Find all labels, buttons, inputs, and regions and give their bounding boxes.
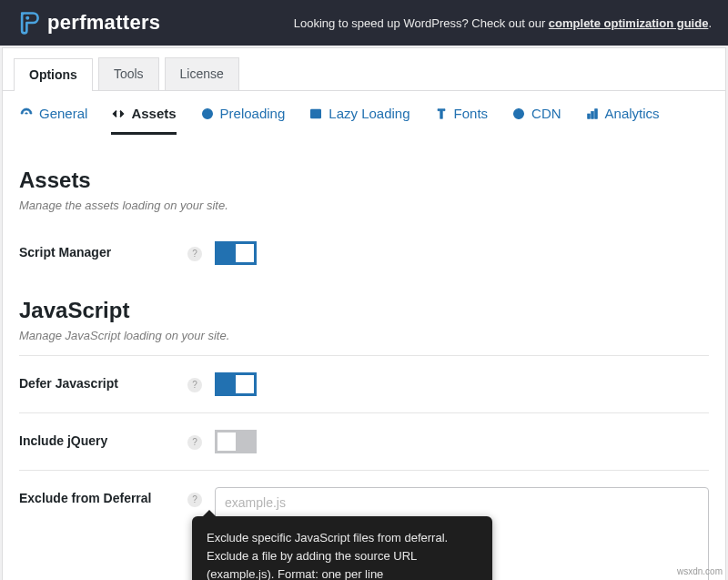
svg-rect-6 bbox=[591, 111, 593, 118]
subnav-analytics[interactable]: Analytics bbox=[585, 106, 660, 135]
subnav-preloading[interactable]: Preloading bbox=[200, 106, 286, 135]
defer-js-label: Defer Javascript bbox=[19, 372, 187, 391]
tab-tools[interactable]: Tools bbox=[98, 57, 159, 90]
row-defer-js: Defer Javascript ? bbox=[19, 355, 709, 412]
subnav-cdn-label: CDN bbox=[531, 106, 561, 121]
subnav-general-label: General bbox=[39, 106, 87, 121]
svg-rect-7 bbox=[594, 108, 597, 118]
chart-icon bbox=[585, 107, 600, 121]
subnav-lazy-label: Lazy Loading bbox=[329, 106, 410, 121]
tab-license[interactable]: License bbox=[165, 57, 239, 90]
row-script-manager: Script Manager ? bbox=[19, 225, 709, 281]
svg-point-0 bbox=[25, 16, 29, 20]
tab-content: Assets Manage the assets loading on your… bbox=[3, 135, 725, 580]
exclude-deferral-label: Exclude from Deferral bbox=[19, 487, 187, 505]
row-exclude-deferral: Exclude from Deferral ? Exclude specific… bbox=[19, 470, 709, 580]
help-icon[interactable]: ? bbox=[187, 378, 202, 392]
brand-name: perfmatters bbox=[47, 11, 160, 35]
code-icon bbox=[111, 107, 126, 121]
help-tooltip: Exclude specific JavaScript files from d… bbox=[192, 516, 492, 580]
sub-nav: General Assets Preloading Lazy Loading F… bbox=[3, 91, 725, 135]
assets-section-title: Assets bbox=[19, 168, 709, 193]
svg-rect-5 bbox=[587, 114, 590, 118]
help-icon[interactable]: ? bbox=[187, 493, 202, 507]
script-manager-label: Script Manager bbox=[19, 241, 187, 259]
tooltip-body: Exclude specific JavaScript files from d… bbox=[207, 529, 478, 580]
include-jquery-label: Include jQuery bbox=[19, 430, 187, 448]
subnav-assets-label: Assets bbox=[131, 106, 176, 121]
help-icon[interactable]: ? bbox=[187, 435, 202, 450]
row-include-jquery: Include jQuery ? bbox=[19, 412, 709, 470]
banner-link[interactable]: complete optimization guide bbox=[549, 16, 709, 30]
subnav-lazy-loading[interactable]: Lazy Loading bbox=[308, 106, 410, 135]
include-jquery-toggle[interactable] bbox=[215, 430, 257, 453]
js-section-title: JavaScript bbox=[19, 298, 709, 323]
logo-icon bbox=[16, 10, 42, 36]
subnav-fonts[interactable]: Fonts bbox=[434, 106, 489, 135]
header-banner: Looking to speed up WordPress? Check out… bbox=[294, 16, 712, 30]
assets-section-subtitle: Manage the assets loading on your site. bbox=[19, 198, 709, 212]
dashboard-icon bbox=[19, 107, 34, 121]
banner-suffix: . bbox=[708, 16, 712, 30]
defer-js-toggle[interactable] bbox=[215, 372, 257, 396]
script-manager-toggle[interactable] bbox=[215, 241, 257, 265]
subnav-preloading-label: Preloading bbox=[220, 106, 286, 121]
clock-icon bbox=[200, 107, 215, 121]
tab-options[interactable]: Options bbox=[14, 58, 93, 91]
subnav-analytics-label: Analytics bbox=[605, 106, 660, 121]
image-icon bbox=[308, 107, 323, 121]
subnav-fonts-label: Fonts bbox=[454, 106, 489, 121]
font-icon bbox=[434, 107, 449, 121]
main-tabs: Options Tools License bbox=[3, 48, 725, 91]
brand-logo: perfmatters bbox=[16, 10, 160, 36]
globe-icon bbox=[511, 107, 526, 121]
subnav-assets[interactable]: Assets bbox=[111, 106, 176, 135]
js-section-subtitle: Manage JavaScript loading on your site. bbox=[19, 329, 709, 342]
settings-panel: Options Tools License General Assets Pre… bbox=[2, 47, 726, 580]
help-icon[interactable]: ? bbox=[187, 247, 202, 261]
subnav-general[interactable]: General bbox=[19, 106, 87, 135]
watermark: wsxdn.com bbox=[677, 566, 723, 576]
banner-prefix: Looking to speed up WordPress? Check out… bbox=[294, 16, 549, 30]
subnav-cdn[interactable]: CDN bbox=[511, 106, 561, 135]
app-header: perfmatters Looking to speed up WordPres… bbox=[0, 0, 728, 46]
